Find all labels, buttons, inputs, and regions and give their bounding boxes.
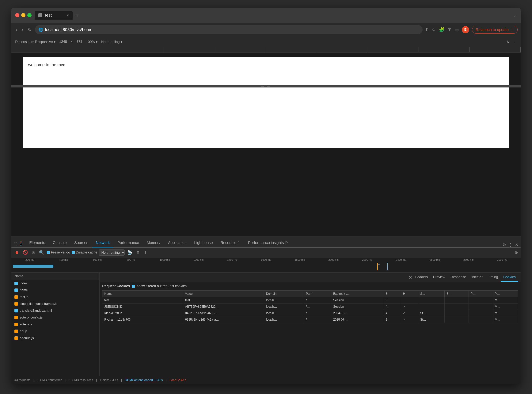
tab-sources[interactable]: Sources: [71, 239, 91, 247]
file-item-api[interactable]: api.js: [11, 328, 99, 335]
back-button[interactable]: ‹: [15, 26, 18, 33]
inspect-element-icon[interactable]: ⬚: [14, 241, 17, 247]
cookie-row-jsessionid[interactable]: JSESSIONID AB756FA864E6A7322… localh… /……: [102, 303, 518, 310]
tab-performance-insights[interactable]: Performance insights ⚐: [245, 238, 292, 247]
new-tab-button[interactable]: +: [74, 11, 80, 20]
timeline-label-400: 400 ms: [47, 258, 81, 261]
tab-lighthouse[interactable]: Lighthouse: [191, 239, 216, 247]
details-tab-timing[interactable]: Timing: [485, 273, 501, 282]
col-name: Name: [102, 290, 183, 297]
devtools-more-icon[interactable]: ⋮: [508, 243, 513, 247]
zoom-level[interactable]: 100% ▾: [86, 40, 97, 44]
throttle-select[interactable]: No throttling: [99, 249, 125, 256]
filter-button[interactable]: ⊘: [30, 249, 36, 256]
file-item-openurl[interactable]: openurl.js: [11, 335, 99, 342]
col-value: Value: [183, 290, 264, 297]
tab-application[interactable]: Application: [165, 239, 190, 247]
network-conditions-icon[interactable]: 📡: [126, 249, 134, 256]
record-button[interactable]: ⏺: [14, 249, 20, 256]
file-icon-sandbox: [15, 309, 18, 312]
url-bar[interactable]: 🌐 localhost:8080/mvc/home: [35, 25, 423, 34]
rotate-icon[interactable]: ↻: [507, 40, 510, 44]
tab-elements-label: Elements: [29, 241, 45, 245]
throttle-label[interactable]: No throttling ▾: [101, 40, 122, 44]
more-options-icon[interactable]: ⋮: [513, 40, 517, 44]
tab-more-icon[interactable]: ⌄: [513, 13, 517, 18]
sidebar-icon[interactable]: ▭: [455, 27, 459, 32]
tab-performance[interactable]: Performance: [114, 239, 143, 247]
cookie-row-pycharm[interactable]: Pycharm-11d8c703 6555b3f4-d2d9-4c1a-a… l…: [102, 316, 518, 323]
forward-button[interactable]: ›: [20, 26, 24, 33]
clear-button[interactable]: 🚫: [22, 249, 29, 256]
share-icon[interactable]: ⬆: [425, 27, 429, 32]
show-filtered-checkbox[interactable]: [132, 285, 135, 288]
file-item-zotero-config[interactable]: zotero_config.js: [11, 314, 99, 321]
details-close-button[interactable]: ✕: [409, 275, 412, 282]
extensions-icon[interactable]: 🧩: [439, 27, 445, 32]
export-har-icon[interactable]: ⬇: [142, 249, 148, 256]
cookie-value-jsessionid: AB756FA864E6A7322…: [183, 303, 264, 310]
details-tab-headers[interactable]: Headers: [412, 273, 430, 282]
relaunch-button[interactable]: Relaunch to update ⋮: [472, 26, 517, 34]
relaunch-label: Relaunch to update: [476, 28, 509, 32]
request-details-panel: ✕ Headers Preview Response Initiator Tim…: [100, 273, 521, 376]
network-main-panel: Name index home test.js single-file-hook…: [11, 273, 521, 376]
disable-cache-checkbox[interactable]: [72, 251, 75, 254]
details-tabs: ✕ Headers Preview Response Initiator Tim…: [100, 273, 521, 282]
throttle-dropdown[interactable]: No throttling: [99, 249, 125, 256]
devtools-settings-icon[interactable]: ⚙: [502, 243, 506, 247]
ruler-mark: [62, 47, 113, 52]
devtools-close-icon[interactable]: ✕: [515, 243, 518, 247]
tab-network[interactable]: Network: [92, 239, 113, 247]
close-button[interactable]: [15, 13, 19, 17]
reload-button[interactable]: ↻: [27, 26, 33, 33]
ruler-mark: [164, 47, 215, 52]
load-time: Load: 2.43 s: [170, 378, 186, 382]
file-item-index[interactable]: index: [11, 280, 99, 287]
import-har-icon[interactable]: ⬆: [135, 249, 141, 256]
details-tab-initiator[interactable]: Initiator: [469, 273, 485, 282]
tab-console[interactable]: Console: [49, 239, 70, 247]
tab-lighthouse-label: Lighthouse: [194, 241, 213, 245]
file-item-translate-sandbox[interactable]: translateSandbox.html: [11, 307, 99, 314]
preserve-log-checkbox[interactable]: [47, 251, 50, 254]
timeline-label-2400: 2400 ms: [384, 258, 418, 261]
minimize-button[interactable]: [21, 13, 25, 17]
cookie-s2-test: [418, 297, 445, 303]
tab-close-icon[interactable]: ×: [67, 13, 69, 17]
preserve-log-toggle[interactable]: Preserve log: [47, 250, 70, 254]
details-tab-response[interactable]: Response: [448, 273, 469, 282]
tab-memory[interactable]: Memory: [143, 239, 164, 247]
file-item-home[interactable]: home: [11, 287, 99, 294]
cookie-row-idea[interactable]: Idea-d1f785ff 84328570-ea9b-4635-… local…: [102, 310, 518, 316]
tab-title: Test: [44, 13, 52, 18]
dimensions-label[interactable]: Dimensions: Responsive ▾: [15, 40, 56, 44]
tab-recorder[interactable]: Recorder ⚐: [217, 238, 244, 247]
cookie-domain-pycharm: localh…: [264, 316, 304, 323]
cookie-row-test[interactable]: test test localh… /… Session 8. M…: [102, 297, 518, 303]
tab-elements[interactable]: Elements: [26, 239, 48, 247]
ruler-mark: [368, 47, 419, 52]
relaunch-menu-icon: ⋮: [510, 27, 514, 32]
file-item-zotero[interactable]: zotero.js: [11, 321, 99, 328]
ruler-mark: [215, 47, 266, 52]
file-item-single-file-hooks[interactable]: single-file-hooks-frames.js: [11, 301, 99, 307]
file-icon-zotero-config: [15, 316, 18, 319]
active-tab[interactable]: Test ×: [35, 11, 73, 20]
bookmark-icon[interactable]: ☆: [432, 27, 436, 32]
cookie-value-idea: 84328570-ea9b-4635-…: [183, 310, 264, 316]
network-settings-icon[interactable]: ⚙: [515, 250, 518, 255]
details-tab-cookies[interactable]: Cookies: [501, 273, 518, 282]
device-toolbar-icon[interactable]: 📱: [19, 241, 24, 247]
requests-count: 43 requests: [15, 378, 30, 382]
maximize-button[interactable]: [27, 13, 31, 17]
search-button[interactable]: 🔍: [38, 249, 45, 256]
disable-cache-toggle[interactable]: Disable cache: [72, 250, 97, 254]
profile-button[interactable]: E: [462, 26, 469, 33]
timeline-label-2000: 2000 ms: [317, 258, 350, 261]
devtools-drag-handle[interactable]: — —: [11, 85, 521, 88]
tab-search-icon[interactable]: ⊞: [448, 27, 451, 32]
details-tab-preview[interactable]: Preview: [431, 273, 448, 282]
file-item-testjs[interactable]: test.js: [11, 294, 99, 301]
details-tab-cookies-label: Cookies: [503, 275, 516, 279]
